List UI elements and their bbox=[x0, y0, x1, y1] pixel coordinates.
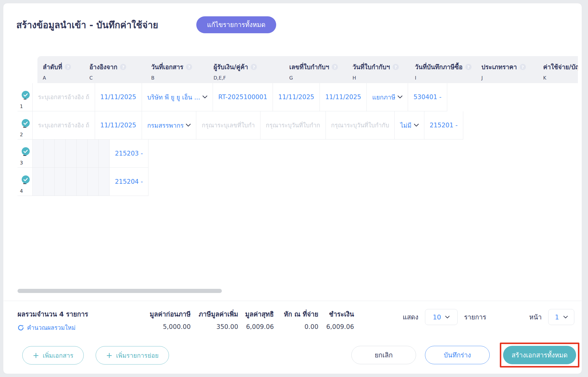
vat-record-date-field[interactable]: 11/11/2025 bbox=[320, 83, 367, 111]
vat-value: 350.00 bbox=[191, 323, 238, 330]
chevron-down-icon bbox=[203, 96, 207, 99]
net-label: มูลค่าสุทธิ bbox=[238, 309, 274, 319]
check-circle-icon bbox=[22, 119, 30, 127]
header-expense-account-label: ค่าใช้จ่าย/บัญชี bbox=[543, 62, 578, 72]
refresh-icon bbox=[18, 324, 24, 331]
recalculate-link[interactable]: คำนวณผลรวมใหม่ bbox=[18, 323, 105, 332]
price-type-value: แยกภาษี bbox=[372, 92, 395, 102]
page-size-value: 10 bbox=[433, 313, 441, 321]
payment-value: 6,009.06 bbox=[318, 323, 354, 330]
header-vat-record-date: วันที่บันทึกภาษีซื้อ? I bbox=[410, 56, 476, 83]
tax-invoice-no-field[interactable]: กรุณาระบุเลขที่ใบกำ bbox=[196, 111, 260, 140]
document-date-field-disabled bbox=[44, 140, 55, 168]
help-icon[interactable]: ? bbox=[520, 64, 526, 70]
payee-dropdown[interactable]: กรมสรรพากร bbox=[142, 111, 197, 140]
help-icon[interactable]: ? bbox=[465, 64, 472, 70]
highlight-annotation-box: สร้างเอกสารทั้งหมด bbox=[500, 343, 579, 368]
page-select[interactable]: 1 bbox=[548, 309, 574, 325]
expense-account-link[interactable]: 215203 - bbox=[110, 140, 148, 168]
help-icon[interactable]: ? bbox=[332, 64, 338, 70]
header-gutter bbox=[18, 56, 37, 83]
payee-dropdown[interactable]: บริษัท พี ยู ยู เอ็น ... bbox=[142, 83, 213, 111]
tax-invoice-no-field[interactable]: RT-2025100001 bbox=[213, 83, 273, 111]
footer-right-actions: ยกเลิก บันทึกร่าง สร้างเอกสารทั้งหมด bbox=[351, 343, 579, 368]
header-price-type-label: ประเภทราคา bbox=[481, 62, 517, 72]
add-sub-item-button[interactable]: + เพิ่มรายการย่อย bbox=[96, 346, 169, 365]
header-seq: ลำดับที่? A bbox=[37, 56, 84, 83]
recalculate-label: คำนวณผลรวมใหม่ bbox=[27, 323, 75, 332]
header-seq-label: ลำดับที่ bbox=[43, 62, 62, 72]
tax-invoice-date-field[interactable]: กรุณาระบุวันที่ใบกำก bbox=[260, 111, 326, 140]
header-price-type: ประเภทราคา? J bbox=[476, 56, 538, 83]
header-tax-invoice-no-code: G bbox=[289, 75, 347, 81]
table-row: 3 2 215203 - bbox=[18, 140, 578, 168]
payee-field-disabled bbox=[55, 168, 66, 196]
price-type-dropdown[interactable]: ไม่มี bbox=[395, 111, 424, 140]
plus-icon: + bbox=[33, 351, 39, 359]
document-date-field-disabled bbox=[44, 168, 55, 196]
add-sub-item-label: เพิ่มรายการย่อย bbox=[116, 351, 159, 360]
page-value: 1 bbox=[555, 313, 559, 321]
reference-field-disabled bbox=[33, 140, 44, 168]
create-all-documents-button[interactable]: สร้างเอกสารทั้งหมด bbox=[503, 346, 576, 364]
summary-withholding: หัก ณ ที่จ่าย 0.00 bbox=[274, 309, 318, 330]
price-type-dropdown[interactable]: แยกภาษี bbox=[367, 83, 408, 111]
header-vat-record-date-code: I bbox=[415, 75, 476, 81]
footer-left-actions: + เพิ่มเอกสาร + เพิ่มรายการย่อย bbox=[22, 346, 169, 365]
page-size-select[interactable]: 10 bbox=[425, 309, 458, 325]
help-icon[interactable]: ? bbox=[393, 64, 399, 70]
page-label: หน้า bbox=[529, 312, 542, 322]
header-tax-invoice-no: เลขที่ใบกำกับฯ? G bbox=[284, 56, 347, 83]
table-row: 4 2 215204 - bbox=[18, 168, 578, 196]
expense-table: ลำดับที่? A อ้างอิงจาก? C วันที่เอกสาร? … bbox=[18, 56, 578, 197]
tax-invoice-no-field-disabled bbox=[66, 168, 77, 196]
header-tax-invoice-date-label: วันที่ใบกำกับฯ bbox=[353, 62, 390, 72]
vat-record-date-field-disabled bbox=[88, 168, 99, 196]
items-label: รายการ bbox=[464, 312, 486, 322]
vat-record-date-field[interactable]: กรุณาระบุวันที่ใบกำกับ bbox=[326, 111, 395, 140]
help-icon[interactable]: ? bbox=[120, 64, 126, 70]
help-icon[interactable]: ? bbox=[186, 64, 192, 70]
price-type-field-disabled bbox=[99, 168, 110, 196]
cancel-button[interactable]: ยกเลิก bbox=[351, 346, 416, 364]
payment-label: ชำระเงิน bbox=[318, 309, 354, 319]
chevron-down-icon bbox=[186, 124, 191, 127]
summary-vat: ภาษีมูลค่าเพิ่ม 350.00 bbox=[191, 309, 238, 330]
show-label: แสดง bbox=[403, 312, 418, 322]
expense-account-link[interactable]: 530401 - bbox=[408, 83, 447, 111]
save-draft-button[interactable]: บันทึกร่าง bbox=[425, 346, 490, 364]
header-seq-code: A bbox=[43, 75, 84, 81]
summary-payment: ชำระเงิน 6,009.06 bbox=[318, 309, 354, 330]
help-icon[interactable]: ? bbox=[251, 64, 257, 70]
reference-field-disabled bbox=[33, 168, 44, 196]
header-reference-code: C bbox=[89, 75, 146, 81]
header-vat-record-date-label: วันที่บันทึกภาษีซื้อ bbox=[415, 62, 463, 72]
tax-invoice-date-field[interactable]: 11/11/2025 bbox=[273, 83, 320, 111]
withholding-label: หัก ณ ที่จ่าย bbox=[274, 309, 318, 319]
row-number: 1 bbox=[20, 104, 23, 109]
check-circle-icon bbox=[22, 91, 30, 99]
expense-account-link[interactable]: 215204 - bbox=[110, 168, 148, 196]
add-document-label: เพิ่มเอกสาร bbox=[43, 351, 73, 360]
header-document-date-code: B bbox=[151, 75, 208, 81]
row-number: 2 bbox=[20, 132, 23, 137]
add-document-button[interactable]: + เพิ่มเอกสาร bbox=[22, 346, 84, 365]
header-price-type-code: J bbox=[481, 75, 538, 81]
main-card: สร้างข้อมูลนำเข้า - บันทึกค่าใช้จ่าย แก้… bbox=[3, 3, 582, 374]
payee-value: กรมสรรพากร bbox=[147, 121, 184, 130]
document-date-field[interactable]: 11/11/2025 bbox=[95, 111, 142, 140]
header-document-date-label: วันที่เอกสาร bbox=[151, 62, 183, 72]
edit-all-button[interactable]: แก้ไขรายการทั้งหมด bbox=[196, 16, 276, 33]
header-tax-invoice-date-code: H bbox=[353, 75, 410, 81]
horizontal-scrollbar[interactable] bbox=[18, 289, 222, 293]
tax-invoice-date-field-disabled bbox=[77, 140, 88, 168]
summary-total-label: ผลรวมจำนวน 4 รายการ bbox=[18, 309, 105, 319]
pagination: แสดง 10 รายการ หน้า 1 bbox=[403, 309, 574, 325]
help-icon[interactable]: ? bbox=[65, 64, 71, 70]
payee-value: บริษัท พี ยู ยู เอ็น ... bbox=[147, 92, 200, 102]
reference-field[interactable]: ระบุเอกสารอ้างอิง ถ้ bbox=[33, 83, 95, 111]
document-date-field[interactable]: 11/11/2025 bbox=[95, 83, 142, 111]
reference-field[interactable]: ระบุเอกสารอ้างอิง ถ้ bbox=[33, 111, 95, 140]
header-expense-account-code: K bbox=[543, 75, 578, 81]
expense-account-link[interactable]: 215201 - bbox=[424, 111, 463, 140]
